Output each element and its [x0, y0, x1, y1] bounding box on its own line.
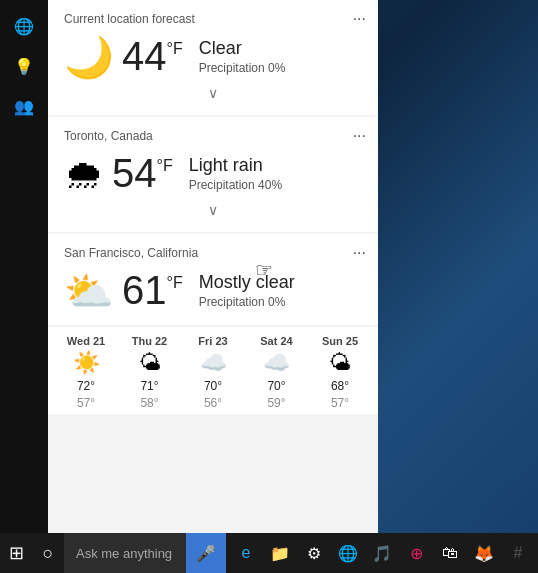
search-icon[interactable]: ○ — [32, 533, 64, 573]
sf-weather-precip: Precipitation 0% — [199, 295, 295, 309]
forecast-day-4: Sun 25 🌤 68° 57° — [318, 335, 362, 410]
side-panel: 🌐 💡 👥 — [0, 0, 48, 533]
side-icon-globe[interactable]: 🌐 — [8, 10, 40, 42]
forecast-day-3: Sat 24 ☁️ 70° 59° — [255, 335, 299, 410]
current-weather-temp: 44°F — [122, 34, 183, 79]
sf-weather-temp: 61°F — [122, 268, 183, 313]
forecast-day-0: Wed 21 ☀️ 72° 57° — [64, 335, 108, 410]
current-weather-icon: 🌙 — [64, 37, 114, 77]
weather-card-toronto: ··· Toronto, Canada 🌧 54°F Light rain Pr… — [48, 117, 378, 232]
search-placeholder: Ask me anything — [76, 546, 172, 561]
forecast-icon-3: ☁️ — [263, 350, 290, 376]
side-icon-news[interactable]: 💡 — [8, 50, 40, 82]
weather-panel: ··· Current location forecast 🌙 44°F Cle… — [48, 0, 378, 533]
weather-card-sf: ··· San Francisco, California ⛅ 61°F Mos… — [48, 234, 378, 325]
forecast-high-0: 72° — [77, 379, 95, 393]
side-icon-people[interactable]: 👥 — [8, 90, 40, 122]
card-menu-sf[interactable]: ··· — [353, 244, 366, 262]
firefox-icon[interactable]: 🦊 — [468, 533, 500, 573]
toronto-expand-btn[interactable]: ∨ — [64, 196, 362, 220]
forecast-label-4: Sun 25 — [322, 335, 358, 347]
current-weather-desc: Clear Precipitation 0% — [199, 38, 286, 75]
edge-icon[interactable]: e — [230, 533, 262, 573]
current-location-label: Current location forecast — [64, 12, 362, 26]
forecast-icon-4: 🌤 — [329, 350, 351, 376]
weather-card-current: ··· Current location forecast 🌙 44°F Cle… — [48, 0, 378, 115]
sf-weather-main: ⛅ 61°F Mostly clear Precipitation 0% — [64, 268, 362, 313]
forecast-label-0: Wed 21 — [67, 335, 105, 347]
forecast-high-4: 68° — [331, 379, 349, 393]
forecast-high-2: 70° — [204, 379, 222, 393]
forecast-low-4: 57° — [331, 396, 349, 410]
current-weather-condition: Clear — [199, 38, 286, 59]
forecast-day-1: Thu 22 🌤 71° 58° — [128, 335, 172, 410]
toronto-weather-desc: Light rain Precipitation 40% — [189, 155, 282, 192]
sf-weather-desc: Mostly clear Precipitation 0% — [199, 272, 295, 309]
forecast-low-3: 59° — [267, 396, 285, 410]
forecast-icon-1: 🌤 — [139, 350, 161, 376]
start-button[interactable]: ⊞ — [0, 533, 32, 573]
forecast-row: Wed 21 ☀️ 72° 57° Thu 22 🌤 71° 58° Fri 2… — [48, 327, 378, 414]
forecast-label-2: Fri 23 — [198, 335, 227, 347]
taskbar: ⊞ ○ Ask me anything 🎤 e 📁 ⚙ 🌐 🎵 ⊕ 🛍 🦊 # — [0, 533, 538, 573]
chrome-icon[interactable]: 🌐 — [332, 533, 364, 573]
forecast-day-2: Fri 23 ☁️ 70° 56° — [191, 335, 235, 410]
sf-weather-icon: ⛅ — [64, 271, 114, 311]
current-weather-precip: Precipitation 0% — [199, 61, 286, 75]
card-menu-toronto[interactable]: ··· — [353, 127, 366, 145]
current-weather-main: 🌙 44°F Clear Precipitation 0% — [64, 34, 362, 79]
forecast-low-2: 56° — [204, 396, 222, 410]
toronto-weather-condition: Light rain — [189, 155, 282, 176]
mic-button[interactable]: 🎤 — [186, 533, 226, 573]
toronto-weather-main: 🌧 54°F Light rain Precipitation 40% — [64, 151, 362, 196]
toronto-weather-icon: 🌧 — [64, 154, 104, 194]
forecast-low-0: 57° — [77, 396, 95, 410]
taskbar-app-icons: e 📁 ⚙ 🌐 🎵 ⊕ 🛍 🦊 # — [226, 533, 538, 573]
settings-icon[interactable]: ⚙ — [298, 533, 330, 573]
forecast-label-3: Sat 24 — [260, 335, 292, 347]
explorer-icon[interactable]: 📁 — [264, 533, 296, 573]
forecast-high-1: 71° — [140, 379, 158, 393]
toronto-location-label: Toronto, Canada — [64, 129, 362, 143]
forecast-icon-2: ☁️ — [200, 350, 227, 376]
card-menu-current[interactable]: ··· — [353, 10, 366, 28]
spotify-icon[interactable]: 🎵 — [366, 533, 398, 573]
forecast-label-1: Thu 22 — [132, 335, 167, 347]
app2-icon[interactable]: # — [502, 533, 534, 573]
app1-icon[interactable]: ⊕ — [400, 533, 432, 573]
forecast-high-3: 70° — [267, 379, 285, 393]
toronto-weather-temp: 54°F — [112, 151, 173, 196]
toronto-weather-precip: Precipitation 40% — [189, 178, 282, 192]
sf-weather-condition: Mostly clear — [199, 272, 295, 293]
forecast-icon-0: ☀️ — [73, 350, 100, 376]
forecast-low-1: 58° — [140, 396, 158, 410]
desktop: 🌐 💡 👥 ··· Current location forecast 🌙 44… — [0, 0, 538, 573]
taskbar-search[interactable]: Ask me anything — [64, 533, 186, 573]
sf-location-label: San Francisco, California — [64, 246, 362, 260]
current-expand-btn[interactable]: ∨ — [64, 79, 362, 103]
store-icon[interactable]: 🛍 — [434, 533, 466, 573]
